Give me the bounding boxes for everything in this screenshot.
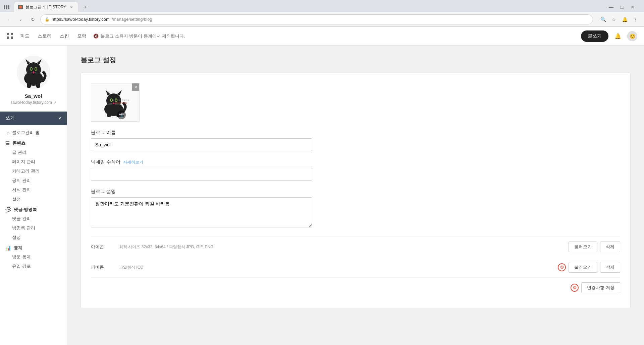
svg-point-24 [111,99,112,101]
nav-feed[interactable]: 피드 [20,32,30,41]
sidebar-item-blog-home[interactable]: ⌂ 블로그관리 홈 [0,128,67,138]
forward-button[interactable]: › [16,15,25,24]
sidebar-profile-avatar [17,56,50,89]
tab-favicon [18,5,23,9]
sidebar-item-comment-manage[interactable]: 댓글 관리 [0,214,67,223]
sidebar-item-label: 블로그관리 홈 [12,130,40,136]
external-link-icon[interactable]: ↗ [53,100,56,105]
speaker-icon: 🔇 [93,33,99,39]
sidebar: Sa_wol sawol-today.tistory.com ↗ 쓰기 ∨ ⌂ … [0,46,67,345]
description-label: 블로그 설명 [91,189,620,195]
app-header: 피드 스토리 스킨 포럼 🔇 블로그 소유자 방문이 통계에서 제외됩니다. 글… [0,27,644,46]
tab-title: 블로그관리 | TISTORY [25,4,66,10]
sidebar-section: ⌂ 블로그관리 홈 ☰ 콘텐츠 글 관리 페이지 관리 카테고리 관리 공지 관… [0,125,67,274]
browser-grid-icon [4,5,9,9]
lock-icon: 🔒 [45,17,50,22]
browser-tab-active[interactable]: 블로그관리 | TISTORY ✕ [14,2,78,12]
profile-button[interactable]: 🔔 [620,15,629,24]
cat-image [17,56,50,89]
notification-button[interactable]: 🔔 [612,31,623,42]
sidebar-section-label-3: 통계 [14,245,22,251]
browser-window: 블로그관리 | TISTORY ✕ + — □ ✕ ‹ › ↻ 🔒 https:… [0,0,644,27]
app-logo [7,33,13,40]
sidebar-item-content[interactable]: ☰ 콘텐츠 [0,138,67,148]
sidebar-item-inflow-path[interactable]: 유입 경로 [0,262,67,271]
sidebar-item-template-manage[interactable]: 서식 관리 [0,185,67,195]
svg-text:😊: 😊 [630,33,636,39]
svg-text:sawol today: sawol today [115,101,127,104]
refresh-button[interactable]: ↻ [28,15,38,24]
nav-forum[interactable]: 포럼 [77,32,87,41]
sidebar-item-guestbook-manage[interactable]: 방명록 관리 [0,223,67,233]
back-button[interactable]: ‹ [4,15,13,24]
save-button[interactable]: 변경사항 저장 [581,282,620,293]
maximize-button[interactable]: □ [617,2,627,12]
profile-url: sawol-today.tistory.com ↗ [10,100,56,105]
sidebar-item-stats[interactable]: 📊 통계 [0,242,67,252]
minimize-button[interactable]: — [606,2,616,12]
sidebar-item-page-manage[interactable]: 페이지 관리 [0,157,67,166]
comment-icon: 💬 [5,207,11,212]
favicon-actions: ① 불러오기 삭제 [558,262,620,273]
search-button[interactable]: 🔍 [598,15,608,24]
main-layout: Sa_wol sawol-today.tistory.com ↗ 쓰기 ∨ ⌂ … [0,46,644,345]
sidebar-item-comments[interactable]: 💬 댓글·방명록 [0,204,67,214]
close-window-button[interactable]: ✕ [628,2,637,12]
nickname-detail-link[interactable]: 자세히보기 [123,159,143,165]
circle-badge-2: ② [571,284,579,292]
svg-rect-17 [36,83,40,88]
circle-badge-1: ① [558,263,566,271]
sidebar-profile: Sa_wol sawol-today.tistory.com ↗ [0,46,67,112]
favicon-upload-button[interactable]: 불러오기 [569,262,597,273]
icon-upload-button[interactable]: 불러오기 [569,242,597,252]
sidebar-item-comment-settings[interactable]: 설정 [0,233,67,242]
svg-marker-5 [25,59,30,64]
nav-skin[interactable]: 스킨 [60,32,69,41]
sidebar-item-settings[interactable]: 설정 [0,195,67,204]
notice-bar: 🔇 블로그 소유자 방문이 통계에서 제외됩니다. [93,33,185,39]
user-avatar[interactable]: 😊 [627,31,637,41]
icon-actions: 불러오기 삭제 [569,242,620,252]
window-controls: — □ ✕ [604,2,640,12]
favicon-delete-button[interactable]: 삭제 [600,262,620,273]
app-nav: 피드 스토리 스킨 포럼 [20,32,87,41]
sidebar-write-menu[interactable]: 쓰기 ∨ [0,112,67,125]
home-icon: ⌂ [7,130,9,135]
icon-label: 아이콘 [91,244,118,250]
chart-icon: 📊 [5,245,11,251]
chevron-down-icon: ∨ [58,116,61,121]
bookmark-button[interactable]: ☆ [609,15,619,24]
header-right: 글쓰기 🔔 😊 [581,30,637,42]
camera-overlay-button[interactable]: 📷 [117,111,126,119]
icon-delete-button[interactable]: 삭제 [600,242,620,252]
document-icon: ☰ [5,141,10,146]
sidebar-item-category-manage[interactable]: 카테고리 관리 [0,166,67,176]
tab-close-button[interactable]: ✕ [69,4,74,10]
svg-marker-21 [117,90,122,95]
image-close-button[interactable]: ✕ [132,83,139,91]
nickname-label: 닉네임 수식어 자세히보기 [91,159,620,165]
nickname-input[interactable] [91,168,312,181]
address-bar[interactable]: 🔒 https://sawol-today.tistory.com /manag… [40,14,593,24]
blog-preview-cat: 고양이랑 그림이랑 sawol today [97,87,134,118]
description-textarea[interactable]: 잠깐이라도 기분전환이 되길 바라봄 [91,197,312,227]
new-tab-button[interactable]: + [81,2,90,12]
svg-text:고양이랑 그림이랑: 고양이랑 그림이랑 [113,99,129,101]
blog-name-group: 블로그 이름 [91,130,620,151]
save-row: ② 변경사항 저장 [91,277,620,298]
svg-point-0 [19,6,22,8]
write-button[interactable]: 글쓰기 [581,30,608,42]
menu-button[interactable]: ⋮ [631,15,640,24]
notice-text: 블로그 소유자 방문이 통계에서 제외됩니다. [101,33,185,39]
nav-story[interactable]: 스토리 [38,32,52,41]
svg-rect-31 [107,114,111,117]
blog-name-input[interactable] [91,138,312,151]
blog-name-label: 블로그 이름 [91,130,620,136]
sidebar-item-visit-stats[interactable]: 방문 통계 [0,252,67,262]
favicon-label: 파비콘 [91,264,118,270]
sidebar-item-notice-manage[interactable]: 공지 관리 [0,176,67,185]
icon-desc: 최적 사이즈 32x32, 64x64 / 파일형식 JPG, GIF, PNG [119,244,213,250]
svg-marker-20 [106,90,110,95]
sidebar-item-post-manage[interactable]: 글 관리 [0,148,67,157]
content-area: 블로그 설정 ✕ [67,46,644,345]
